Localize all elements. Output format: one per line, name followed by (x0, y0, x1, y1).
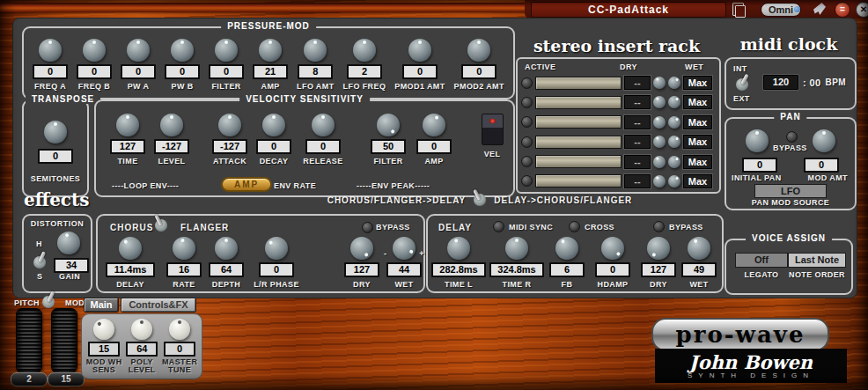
pitch-range-display[interactable]: 2 (11, 372, 48, 386)
rack-dry-knob-6[interactable] (653, 175, 666, 188)
rack-dry-knob-2[interactable] (653, 96, 666, 108)
transpose-knob[interactable] (44, 121, 67, 143)
delay-timel-knob[interactable] (447, 237, 470, 260)
rack-dry-5[interactable]: -- (624, 155, 651, 169)
freq-a-knob[interactable] (39, 39, 62, 62)
amp-mode-button[interactable]: AMP (221, 177, 272, 192)
poly-level-knob[interactable] (131, 319, 152, 340)
copy-pages-icon[interactable] (732, 3, 744, 16)
rack-wet-knob-5[interactable] (668, 156, 680, 168)
pm-filter-knob[interactable] (215, 39, 238, 62)
rack-wet-knob-3[interactable] (668, 116, 680, 129)
lfo-freq-knob[interactable] (353, 39, 376, 62)
rack-wet-3[interactable]: Max (683, 115, 712, 129)
rack-slot-4[interactable] (535, 136, 622, 149)
rack-wet-2[interactable]: Max (683, 95, 712, 109)
rack-wet-knob-1[interactable] (668, 77, 680, 89)
vel-decay-knob[interactable] (262, 114, 285, 136)
mod-wheel[interactable] (51, 308, 77, 373)
rack-slot-5[interactable] (535, 155, 622, 168)
pw-b-knob[interactable] (171, 39, 194, 62)
vel-time-knob[interactable] (116, 114, 139, 136)
int-ext-toggle[interactable] (735, 75, 749, 91)
rack-wet-1[interactable]: Max (683, 76, 712, 90)
delay-wet-knob[interactable] (688, 237, 710, 260)
pan-mod-source-display[interactable]: LFO (754, 184, 827, 198)
rack-slot-3[interactable] (535, 115, 622, 129)
chorus-bypass-led[interactable] (362, 222, 373, 233)
chorus-lrphase-knob[interactable] (265, 237, 288, 260)
rack-active-led-4[interactable] (521, 136, 533, 148)
routing-right-label: DELAY->CHORUS/FLANGER (494, 195, 632, 205)
lfo-amt-knob[interactable] (304, 39, 327, 62)
vel-attack-knob[interactable] (218, 114, 241, 136)
vel-filter-knob[interactable] (377, 114, 400, 136)
chorus-flanger-toggle[interactable] (154, 216, 168, 232)
rack-slot-2[interactable] (535, 96, 622, 109)
cross-led[interactable] (569, 221, 580, 232)
close-button[interactable]: ✕ (856, 2, 868, 18)
legato-display[interactable]: Off (735, 253, 788, 268)
rack-dry-6[interactable]: -- (624, 174, 651, 188)
delay-timer-knob[interactable] (505, 237, 528, 260)
delay-bypass-led[interactable] (653, 221, 665, 232)
rack-wet-5[interactable]: Max (683, 155, 712, 169)
pitch-mod-toggle[interactable] (41, 292, 55, 308)
fx-routing-toggle[interactable] (473, 190, 487, 206)
rack-dry-4[interactable]: -- (624, 135, 651, 149)
rack-slot-6[interactable] (535, 174, 622, 188)
rack-wet-4[interactable]: Max (683, 135, 712, 149)
delay-hdamp-knob[interactable] (601, 237, 624, 260)
midi-sync-led[interactable] (493, 221, 504, 232)
chorus-rate-knob[interactable] (173, 237, 195, 260)
bpm-value[interactable]: 120 (763, 75, 798, 90)
vel-level-knob[interactable] (160, 114, 183, 136)
distortion-hs-toggle[interactable] (33, 253, 47, 269)
rack-dry-1[interactable]: -- (624, 76, 651, 90)
vel-release-knob[interactable] (312, 114, 335, 136)
pan-mod-amt-knob[interactable] (813, 129, 835, 152)
rack-wet-knob-2[interactable] (668, 96, 680, 108)
tab-controls-fx[interactable]: Controls&FX (121, 298, 196, 313)
chorus-delay-knob[interactable] (119, 237, 142, 260)
pin-icon[interactable] (813, 3, 826, 15)
mod-range-display[interactable]: 15 (48, 372, 85, 386)
pm-amp-knob[interactable] (259, 39, 282, 62)
note-order-display[interactable]: Last Note (788, 253, 846, 268)
rack-dry-3[interactable]: -- (624, 115, 651, 129)
rack-wet-knob-4[interactable] (668, 136, 680, 148)
patch-name-display[interactable]: CC-PadAttack (531, 2, 726, 18)
chorus-depth-knob[interactable] (215, 237, 238, 260)
rack-dry-knob-1[interactable] (653, 77, 666, 89)
initial-pan-knob[interactable] (746, 129, 769, 152)
pw-a-knob[interactable] (127, 39, 150, 62)
rack-dry-2[interactable]: -- (624, 95, 651, 109)
chorus-wet-knob[interactable] (393, 237, 416, 260)
rack-dry-knob-3[interactable] (653, 116, 666, 129)
pmod2-amt-knob[interactable] (467, 39, 490, 62)
rack-dry-knob-5[interactable] (653, 156, 666, 168)
mod-wh-sens-knob[interactable] (93, 319, 114, 340)
freq-b-knob[interactable] (83, 39, 106, 62)
rack-dry-knob-4[interactable] (653, 136, 666, 148)
rack-active-led-2[interactable] (521, 97, 533, 108)
tab-main[interactable]: Main (84, 298, 119, 313)
distortion-gain-knob[interactable] (57, 232, 80, 254)
delay-dry-knob[interactable] (647, 237, 670, 260)
vel-switch[interactable] (482, 114, 504, 145)
chorus-dry-knob[interactable] (350, 237, 373, 260)
rack-wet-knob-6[interactable] (668, 175, 680, 188)
vel-amp-knob[interactable] (423, 114, 445, 136)
pitch-wheel[interactable] (16, 308, 42, 373)
pmod1-amt-knob[interactable] (408, 39, 431, 62)
rack-active-led-3[interactable] (521, 116, 533, 128)
rack-active-led-1[interactable] (521, 77, 533, 89)
rack-wet-6[interactable]: Max (683, 174, 712, 188)
rack-active-led-6[interactable] (521, 175, 533, 187)
master-tune-knob[interactable] (169, 319, 190, 340)
minimize-button[interactable]: = (835, 2, 850, 18)
rack-slot-1[interactable] (535, 77, 622, 90)
delay-fb-knob[interactable] (555, 237, 578, 260)
pan-bypass-led[interactable] (786, 131, 798, 143)
rack-active-led-5[interactable] (521, 156, 533, 167)
